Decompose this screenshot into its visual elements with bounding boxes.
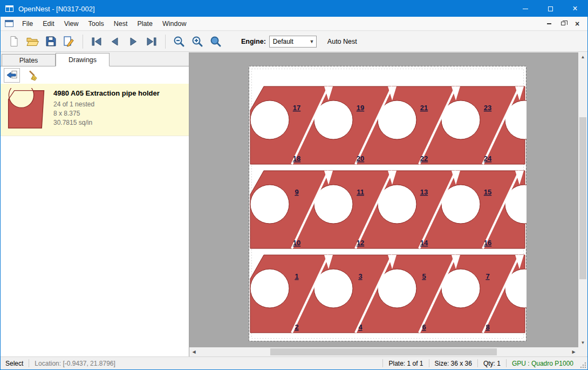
new-file-button[interactable] bbox=[5, 33, 23, 50]
mdi-child-icon[interactable] bbox=[5, 19, 14, 28]
part-number: 6 bbox=[422, 323, 426, 331]
open-file-button[interactable] bbox=[23, 33, 42, 50]
drawing-area: 30.7815 sq/in bbox=[53, 118, 160, 127]
mdi-close-button[interactable]: × bbox=[570, 18, 584, 30]
mdi-restore-button[interactable] bbox=[556, 18, 570, 30]
titlebar: OpenNest - [N0317-002] × bbox=[1, 1, 587, 17]
menu-nest[interactable]: Nest bbox=[109, 17, 133, 31]
clean-button[interactable] bbox=[25, 68, 42, 83]
zoom-in-icon bbox=[192, 36, 203, 48]
part-number: 2 bbox=[295, 323, 298, 331]
divider bbox=[83, 35, 83, 49]
part-thumbnail bbox=[7, 88, 46, 130]
part-number: 12 bbox=[357, 239, 364, 247]
close-icon: × bbox=[572, 4, 577, 13]
part-number: 5 bbox=[422, 272, 426, 280]
auto-nest-button[interactable]: Auto Nest bbox=[327, 38, 357, 45]
menubar: FileEditViewToolsNestPlateWindow × bbox=[1, 17, 587, 31]
menu-tools[interactable]: Tools bbox=[84, 17, 109, 31]
vertical-scroll-thumb[interactable] bbox=[579, 117, 586, 279]
mdi-restore-icon bbox=[561, 22, 565, 25]
part-number: 16 bbox=[484, 239, 491, 247]
engine-label: Engine: bbox=[241, 38, 266, 45]
part-number: 9 bbox=[295, 188, 298, 196]
drawing-nested-count: 24 of 1 nested bbox=[53, 100, 160, 109]
scroll-up-icon[interactable]: ▲ bbox=[578, 52, 587, 62]
resize-grip[interactable] bbox=[579, 358, 587, 369]
drawing-item-text: 4980 A05 Extraction pipe holder 24 of 1 … bbox=[53, 88, 160, 130]
maximize-icon bbox=[548, 6, 553, 11]
app-icon bbox=[5, 4, 15, 14]
mdi-minimize-icon bbox=[547, 23, 551, 24]
clean-icon bbox=[28, 70, 39, 81]
go-last-icon bbox=[146, 36, 158, 47]
part-number: 13 bbox=[420, 188, 428, 196]
statusbar: Select Location: [-0.9437, 21.8796] Plat… bbox=[1, 356, 587, 369]
zoom-out-icon bbox=[173, 36, 185, 48]
go-previous-button[interactable] bbox=[106, 33, 124, 50]
nest-canvas[interactable]: 171921231820222491113151012141613572468 bbox=[189, 52, 578, 347]
window-controls: × bbox=[513, 1, 587, 17]
zoom-out-button[interactable] bbox=[170, 33, 188, 50]
menu-edit[interactable]: Edit bbox=[38, 17, 59, 31]
menu-items: FileEditViewToolsNestPlateWindow bbox=[17, 17, 191, 31]
part-number: 4 bbox=[358, 323, 363, 331]
part-number: 17 bbox=[293, 104, 300, 112]
canvas-area: 171921231820222491113151012141613572468 … bbox=[189, 52, 587, 356]
scroll-right-icon[interactable]: ▶ bbox=[569, 347, 578, 356]
go-next-button[interactable] bbox=[124, 33, 142, 50]
part-number: 14 bbox=[420, 239, 428, 247]
mdi-close-icon: × bbox=[575, 20, 579, 28]
part-number: 11 bbox=[357, 188, 364, 196]
scroll-left-icon[interactable]: ◀ bbox=[189, 347, 199, 356]
status-plate: Plate: 1 of 1 bbox=[383, 360, 428, 367]
part-number: 22 bbox=[420, 154, 428, 163]
zoom-fit-button[interactable] bbox=[207, 33, 225, 50]
status-gpu: GPU : Quadro P1000 bbox=[507, 360, 579, 367]
tab-plates[interactable]: Plates bbox=[2, 54, 56, 66]
main-toolbar: Engine: Default ▼ Auto Nest bbox=[1, 31, 587, 52]
save-button[interactable] bbox=[42, 33, 60, 50]
panel-toolbar bbox=[1, 66, 189, 84]
left-panel: Plates Drawings bbox=[1, 52, 189, 356]
horizontal-scroll-thumb[interactable] bbox=[270, 348, 497, 355]
menu-view[interactable]: View bbox=[59, 17, 84, 31]
maximize-button[interactable] bbox=[538, 1, 563, 17]
status-location: Location: [-0.9437, 21.8796] bbox=[29, 360, 120, 367]
zoom-in-button[interactable] bbox=[188, 33, 207, 50]
tab-drawings[interactable]: Drawings bbox=[56, 53, 110, 66]
go-first-icon bbox=[91, 36, 102, 47]
menu-window[interactable]: Window bbox=[158, 17, 191, 31]
go-first-button[interactable] bbox=[87, 33, 106, 50]
drawing-list-item[interactable]: 4980 A05 Extraction pipe holder 24 of 1 … bbox=[1, 84, 189, 136]
open-folder-icon bbox=[26, 36, 39, 46]
scroll-down-icon[interactable]: ▼ bbox=[578, 338, 587, 347]
horizontal-scrollbar[interactable]: ◀ ▶ bbox=[189, 347, 578, 356]
part-number: 19 bbox=[357, 104, 364, 112]
part-number: 21 bbox=[420, 104, 428, 112]
edit-nest-button[interactable] bbox=[60, 33, 78, 50]
part-number: 20 bbox=[357, 154, 364, 163]
minimize-button[interactable] bbox=[513, 1, 538, 17]
close-button[interactable]: × bbox=[563, 1, 587, 17]
go-last-button[interactable] bbox=[142, 33, 161, 50]
save-icon bbox=[45, 36, 57, 47]
part-number: 23 bbox=[484, 104, 491, 112]
part-number: 18 bbox=[293, 154, 300, 163]
plate[interactable]: 171921231820222491113151012141613572468 bbox=[249, 66, 527, 344]
main-area: Plates Drawings bbox=[1, 52, 587, 356]
status-size: Size: 36 x 36 bbox=[429, 360, 477, 367]
menu-plate[interactable]: Plate bbox=[132, 17, 158, 31]
drawing-list: 4980 A05 Extraction pipe holder 24 of 1 … bbox=[1, 84, 189, 356]
status-mode: Select bbox=[1, 360, 29, 367]
part-number: 10 bbox=[293, 239, 300, 247]
vertical-scrollbar[interactable]: ▲ ▼ bbox=[578, 52, 587, 347]
part-number: 15 bbox=[484, 188, 491, 196]
engine-select[interactable]: Default ▼ bbox=[269, 36, 317, 48]
return-part-icon bbox=[6, 70, 18, 80]
mdi-minimize-button[interactable] bbox=[542, 18, 556, 30]
menu-file[interactable]: File bbox=[17, 17, 38, 31]
return-part-button[interactable] bbox=[4, 68, 20, 83]
plate-svg[interactable]: 171921231820222491113151012141613572468 bbox=[249, 66, 527, 341]
mdi-controls: × bbox=[542, 17, 587, 31]
